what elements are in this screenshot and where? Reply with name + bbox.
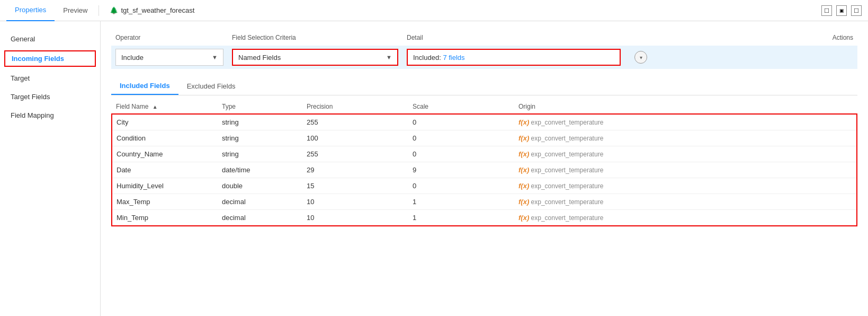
tab-active-table[interactable]: 🌲 tgt_sf_weather_forecast <box>101 0 203 21</box>
cell-origin: f(x) exp_convert_temperature <box>514 162 857 178</box>
col-header-field-name[interactable]: Field Name ▲ <box>112 100 218 114</box>
tab-excluded-label: Excluded Fields <box>187 82 236 90</box>
cell-origin: f(x) exp_convert_temperature <box>514 114 857 130</box>
window-controls: □ ▣ □ <box>821 5 862 16</box>
action-menu-button[interactable]: ▾ <box>634 51 647 64</box>
cell-origin: f(x) exp_convert_temperature <box>514 178 857 194</box>
cell-precision: 255 <box>302 114 408 130</box>
sidebar-item-target-fields[interactable]: Target Fields <box>0 87 100 106</box>
sidebar-incoming-fields-label: Incoming Fields <box>12 55 64 63</box>
cell-scale: 0 <box>408 178 514 194</box>
cell-type: string <box>218 146 302 162</box>
fx-icon: f(x) <box>518 118 529 126</box>
active-table-label: tgt_sf_weather_forecast <box>121 6 195 14</box>
col-header-scale: Scale <box>408 100 514 114</box>
operator-select[interactable]: Include ▼ <box>115 49 223 66</box>
tab-excluded-fields[interactable]: Excluded Fields <box>178 78 244 94</box>
cell-precision: 10 <box>302 194 408 210</box>
cell-scale: 1 <box>408 194 514 210</box>
table-row: Country_Namestring2550f(x) exp_convert_t… <box>112 146 857 162</box>
header-detail: Detail <box>402 32 625 43</box>
cell-origin: f(x) exp_convert_temperature <box>514 146 857 162</box>
operator-value: Include <box>121 54 144 62</box>
cell-origin: f(x) exp_convert_temperature <box>514 210 857 226</box>
maximize-button[interactable]: □ <box>821 5 832 16</box>
sidebar-general-label: General <box>11 35 35 43</box>
tab-included-label: Included Fields <box>120 82 170 90</box>
cell-field-name: Date <box>112 162 218 178</box>
tab-preview[interactable]: Preview <box>55 0 96 21</box>
table-header-row: Field Name ▲ Type Precision Scale <box>112 100 857 114</box>
field-selection-value: Named Fields <box>238 54 281 62</box>
origin-text: exp_convert_temperature <box>529 119 603 126</box>
cell-precision: 100 <box>302 130 408 146</box>
sort-arrow-icon: ▲ <box>153 104 158 110</box>
cell-field-name: Max_Temp <box>112 194 218 210</box>
tab-included-fields[interactable]: Included Fields <box>111 77 178 95</box>
restore-button[interactable]: ▣ <box>836 5 847 16</box>
cell-precision: 29 <box>302 162 408 178</box>
fx-icon: f(x) <box>518 150 529 158</box>
table-row: Conditionstring1000f(x) exp_convert_temp… <box>112 130 857 146</box>
origin-text: exp_convert_temperature <box>529 182 603 190</box>
operator-chevron-icon: ▼ <box>212 54 218 60</box>
col-scale-label: Scale <box>413 103 428 110</box>
sidebar-item-incoming-fields[interactable]: Incoming Fields <box>4 50 96 67</box>
cell-type: double <box>218 178 302 194</box>
col-precision-label: Precision <box>307 103 333 110</box>
cell-origin: f(x) exp_convert_temperature <box>514 194 857 210</box>
criteria-row: Include ▼ Named Fields ▼ Included: 7 fie… <box>111 46 857 69</box>
cell-scale: 1 <box>408 210 514 226</box>
table-row: Min_Tempdecimal101f(x) exp_convert_tempe… <box>112 210 857 226</box>
cell-scale: 0 <box>408 130 514 146</box>
sidebar-target-fields-label: Target Fields <box>11 93 50 101</box>
criteria-field-selection-cell: Named Fields ▼ <box>228 46 402 69</box>
criteria-operator-cell: Include ▼ <box>111 46 228 69</box>
detail-box: Included: 7 fields <box>407 49 621 66</box>
col-header-origin: Origin <box>514 100 857 114</box>
cell-type: decimal <box>218 210 302 226</box>
cell-type: decimal <box>218 194 302 210</box>
close-button[interactable]: □ <box>851 5 862 16</box>
table-body: Citystring2550f(x) exp_convert_temperatu… <box>112 114 857 226</box>
origin-text: exp_convert_temperature <box>529 166 603 174</box>
detail-link[interactable]: 7 fields <box>443 54 464 62</box>
cell-origin: f(x) exp_convert_temperature <box>514 130 857 146</box>
col-header-type: Type <box>218 100 302 114</box>
tab-bar: Properties Preview 🌲 tgt_sf_weather_fore… <box>0 0 868 21</box>
fx-icon: f(x) <box>518 166 529 174</box>
cell-scale: 9 <box>408 162 514 178</box>
sidebar-item-target[interactable]: Target <box>0 69 100 87</box>
origin-text: exp_convert_temperature <box>529 135 603 142</box>
criteria-detail-cell: Included: 7 fields <box>402 46 625 69</box>
sidebar-target-label: Target <box>11 74 30 82</box>
origin-text: exp_convert_temperature <box>529 151 603 158</box>
cell-precision: 15 <box>302 178 408 194</box>
cell-precision: 255 <box>302 146 408 162</box>
sidebar-item-field-mapping[interactable]: Field Mapping <box>0 106 100 125</box>
cell-field-name: Min_Temp <box>112 210 218 226</box>
fx-icon: f(x) <box>518 134 529 142</box>
cell-type: string <box>218 130 302 146</box>
cell-type: string <box>218 114 302 130</box>
col-field-name-label: Field Name <box>116 103 148 110</box>
col-header-precision: Precision <box>302 100 408 114</box>
field-selection-select[interactable]: Named Fields ▼ <box>232 49 398 66</box>
col-origin-label: Origin <box>518 103 535 110</box>
fx-icon: f(x) <box>518 214 529 222</box>
content-area: Operator Field Selection Criteria Detail… <box>101 21 868 316</box>
tab-divider <box>99 5 99 16</box>
sidebar-item-general[interactable]: General <box>0 30 100 48</box>
cell-scale: 0 <box>408 114 514 130</box>
origin-text: exp_convert_temperature <box>529 198 603 206</box>
tab-preview-label: Preview <box>63 6 87 14</box>
criteria-action-cell: ▾ <box>625 48 657 67</box>
fields-table: Field Name ▲ Type Precision Scale <box>111 100 857 226</box>
field-selection-chevron-icon: ▼ <box>386 54 392 60</box>
cell-precision: 10 <box>302 210 408 226</box>
tab-properties[interactable]: Properties <box>6 0 55 21</box>
header-field-selection: Field Selection Criteria <box>228 32 402 43</box>
fx-icon: f(x) <box>518 182 529 190</box>
tab-properties-label: Properties <box>15 6 46 14</box>
table-row: Max_Tempdecimal101f(x) exp_convert_tempe… <box>112 194 857 210</box>
